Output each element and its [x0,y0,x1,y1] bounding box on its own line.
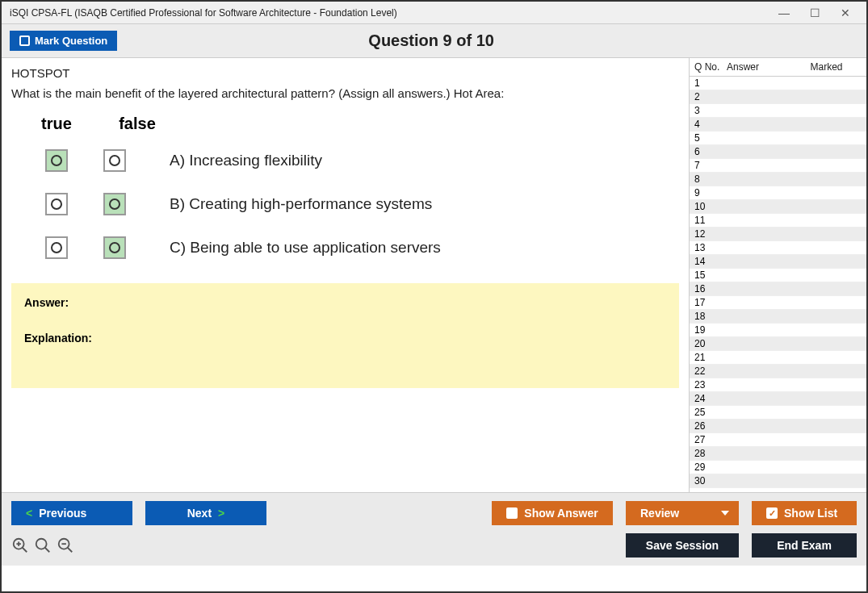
list-item[interactable]: 8 [690,173,866,186]
list-item[interactable]: 25 [690,406,866,420]
list-item[interactable]: 28 [690,447,866,461]
svg-line-7 [68,548,73,553]
svg-point-4 [36,539,47,549]
hotspot-true-cell[interactable] [45,149,68,172]
question-pane: HOTSPOT What is the main benefit of the … [2,58,689,492]
question-list-pane: Q No. Answer Marked 12345678910111213141… [689,58,866,492]
radio-icon [51,155,62,166]
hotspot-false-cell[interactable] [103,193,126,215]
list-item[interactable]: 4 [690,118,866,132]
list-item[interactable]: 13 [690,241,866,255]
list-item[interactable]: 5 [690,132,866,145]
next-label: Next [187,507,212,520]
chevron-right-icon: > [218,507,224,520]
hotspot-true-cell[interactable] [45,193,68,215]
list-item[interactable]: 1 [690,77,866,90]
review-button[interactable]: Review [626,501,739,525]
list-item-number: 30 [694,475,727,487]
list-item[interactable]: 29 [690,461,866,474]
zoom-out-icon[interactable] [57,537,74,554]
maximize-button[interactable]: ☐ [800,4,829,22]
mark-question-label: Mark Question [35,35,107,47]
option-text: B) Creating high-performance systems [170,195,432,213]
list-item-number: 3 [694,105,727,116]
radio-icon [51,242,62,253]
list-item-number: 8 [694,173,727,185]
list-item-number: 15 [694,269,727,281]
dropdown-icon [721,511,729,516]
header-qno: Q No. [694,61,727,73]
check-icon: ✓ [766,507,778,519]
list-item-number: 14 [694,256,727,267]
list-item[interactable]: 27 [690,433,866,447]
hotspot-true-cell[interactable] [45,236,68,259]
save-session-label: Save Session [646,539,719,552]
list-item[interactable]: 12 [690,228,866,241]
list-item[interactable]: 23 [690,378,866,392]
list-item[interactable]: 20 [690,337,866,351]
list-item[interactable]: 15 [690,269,866,282]
hotspot-row: C) Being able to use application servers [27,236,679,259]
list-item-number: 12 [694,228,727,240]
list-item[interactable]: 18 [690,310,866,324]
header-marked: Marked [791,61,862,73]
list-item[interactable]: 9 [690,186,866,200]
radio-icon [109,155,120,166]
list-item[interactable]: 21 [690,351,866,365]
zoom-in-icon[interactable] [11,537,29,554]
list-item[interactable]: 16 [690,282,866,296]
option-text: C) Being able to use application servers [170,239,441,257]
list-item-number: 5 [694,132,727,144]
list-item-number: 26 [694,420,727,432]
list-item-number: 21 [694,352,727,363]
list-item[interactable]: 24 [690,392,866,406]
list-item[interactable]: 19 [690,324,866,337]
list-item[interactable]: 26 [690,420,866,433]
header-false: false [113,115,161,133]
close-button[interactable]: ✕ [831,4,860,22]
zoom-reset-icon[interactable] [34,537,52,554]
list-item[interactable]: 14 [690,255,866,269]
list-item[interactable]: 17 [690,296,866,310]
list-item-number: 2 [694,91,727,102]
show-list-label: Show List [784,507,837,520]
end-exam-button[interactable]: End Exam [752,533,857,558]
list-item[interactable]: 3 [690,104,866,118]
list-item[interactable]: 11 [690,214,866,228]
previous-button[interactable]: < Previous [11,501,132,525]
list-item[interactable]: 6 [690,145,866,159]
header-true: true [32,115,81,133]
mark-question-button[interactable]: Mark Question [10,31,117,51]
list-item-number: 9 [694,187,727,198]
list-item-number: 19 [694,324,727,336]
list-header: Q No. Answer Marked [690,58,866,77]
checkbox-icon [19,35,30,46]
list-item-number: 29 [694,461,727,473]
list-item-number: 7 [694,160,727,171]
save-session-button[interactable]: Save Session [626,533,739,558]
list-item[interactable]: 10 [690,200,866,214]
show-list-button[interactable]: ✓ Show List [752,501,857,525]
hotspot-false-cell[interactable] [103,236,126,259]
list-item-number: 4 [694,119,727,130]
list-item-number: 23 [694,379,727,390]
hotspot-false-cell[interactable] [103,149,126,172]
list-body[interactable]: 1234567891011121314151617181920212223242… [690,77,866,492]
hotspot-row: A) Increasing flexibility [27,149,679,172]
list-item[interactable]: 2 [690,90,866,104]
chevron-left-icon: < [26,507,32,520]
list-item[interactable]: 30 [690,474,866,488]
list-item-number: 22 [694,365,727,377]
review-label: Review [640,507,679,520]
question-prompt: What is the main benefit of the layered … [11,86,679,100]
svg-line-5 [45,548,50,553]
list-item-number: 17 [694,297,727,308]
list-item-number: 18 [694,311,727,322]
minimize-button[interactable]: — [769,4,799,22]
list-item[interactable]: 7 [690,159,866,173]
next-button[interactable]: Next > [145,501,266,525]
show-answer-button[interactable]: Show Answer [492,501,613,525]
list-item-number: 10 [694,201,727,212]
previous-label: Previous [39,507,86,520]
list-item[interactable]: 22 [690,365,866,378]
